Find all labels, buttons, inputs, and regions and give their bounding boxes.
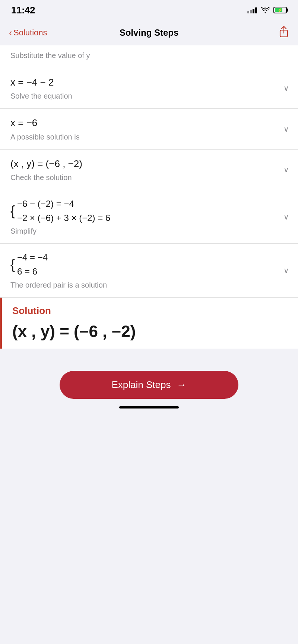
back-chevron-icon: ‹ [9,28,12,38]
back-label: Solutions [13,28,47,38]
step-x-minus6[interactable]: x = −6 A possible solution is ∨ [0,109,298,149]
step-x-minus4-minus2-desc: Solve the equation [10,91,288,101]
step-x-minus6-desc: A possible solution is [10,132,288,142]
step-x-minus6-eq: x = −6 [10,116,288,129]
simplify-eq-1: −6 − (−2) = −4 [17,198,110,210]
step-x-minus4-minus2-eq: x = −4 − 2 [10,76,288,89]
back-button[interactable]: ‹ Solutions [9,28,47,38]
status-icons: ⚡ [247,7,287,13]
chevron-down-icon: ∨ [283,266,289,275]
curly-brace-icon: { [10,198,15,224]
step-substitute-desc: Substitute the value of y [10,51,288,60]
ordered-pair-eq-1: −4 = −4 [17,251,48,264]
arrow-icon: → [177,379,186,391]
main-content: Substitute the value of y x = −4 − 2 Sol… [0,45,298,349]
chevron-down-icon: ∨ [283,84,289,93]
step-check-solution-desc: Check the solution [10,173,288,182]
chevron-down-icon: ∨ [283,212,289,221]
explain-steps-label: Explain Steps [112,379,171,391]
share-icon [279,26,289,38]
signal-bars-icon [247,7,257,13]
battery-icon: ⚡ [273,7,287,13]
nav-bar: ‹ Solutions Solving Steps [0,20,298,45]
page-title: Solving Steps [120,28,179,38]
solution-section: Solution (x , y) = (−6 , −2) [0,298,298,349]
wifi-icon [261,7,270,13]
simplify-system: { −6 − (−2) = −4 −2 × (−6) + 3 × (−2) = … [10,198,288,224]
step-ordered-pair[interactable]: { −4 = −4 6 = 6 The ordered pair is a so… [0,244,298,297]
ordered-pair-desc: The ordered pair is a solution [10,280,288,290]
chevron-down-icon: ∨ [283,125,289,134]
home-indicator [119,406,179,408]
step-x-minus4-minus2[interactable]: x = −4 − 2 Solve the equation ∨ [0,68,298,109]
ordered-pair-system: { −4 = −4 6 = 6 [10,251,288,278]
curly-brace-icon: { [10,251,15,278]
simplify-desc: Simplify [10,226,288,236]
step-check-solution[interactable]: (x , y) = (−6 , −2) Check the solution ∨ [0,150,298,190]
explain-steps-button[interactable]: Explain Steps → [60,371,238,399]
solution-label: Solution [12,305,288,317]
step-simplify[interactable]: { −6 − (−2) = −4 −2 × (−6) + 3 × (−2) = … [0,190,298,244]
share-button[interactable] [279,26,289,40]
status-time: 11:42 [11,4,35,16]
step-check-solution-eq: (x , y) = (−6 , −2) [10,157,288,170]
solution-equation: (x , y) = (−6 , −2) [12,322,288,342]
ordered-pair-eq-2: 6 = 6 [17,265,48,278]
step-substitute: Substitute the value of y [0,45,298,68]
chevron-down-icon: ∨ [283,165,289,174]
ordered-pair-equations: −4 = −4 6 = 6 [17,251,48,278]
status-bar: 11:42 ⚡ [0,0,298,20]
simplify-eq-2: −2 × (−6) + 3 × (−2) = 6 [17,212,110,224]
bottom-section: Explain Steps → [0,349,298,414]
simplify-equations: −6 − (−2) = −4 −2 × (−6) + 3 × (−2) = 6 [17,198,110,224]
